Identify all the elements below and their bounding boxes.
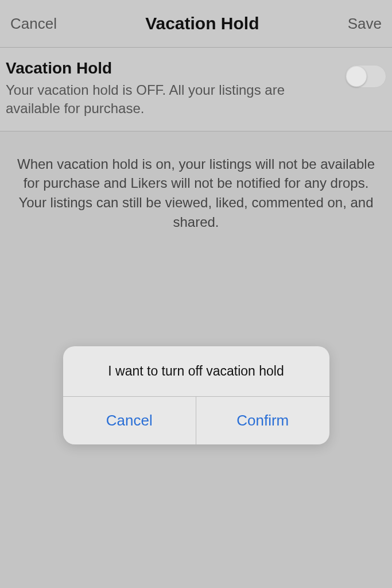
- cancel-button[interactable]: Cancel: [10, 15, 57, 33]
- dialog-cancel-button[interactable]: Cancel: [63, 397, 197, 444]
- section-description: Your vacation hold is OFF. All your list…: [6, 81, 333, 118]
- toggle-knob: [346, 66, 367, 87]
- save-button[interactable]: Save: [348, 15, 382, 33]
- confirmation-dialog: I want to turn off vacation hold Cancel …: [63, 346, 329, 444]
- dialog-confirm-button[interactable]: Confirm: [196, 397, 329, 444]
- info-text: When vacation hold is on, your listings …: [17, 154, 375, 231]
- header-bar: Cancel Vacation Hold Save: [0, 0, 392, 48]
- vacation-hold-section: Vacation Hold Your vacation hold is OFF.…: [0, 48, 392, 131]
- dialog-title: I want to turn off vacation hold: [63, 346, 329, 397]
- section-heading: Vacation Hold: [6, 59, 333, 78]
- dialog-button-row: Cancel Confirm: [63, 397, 329, 444]
- page-title: Vacation Hold: [145, 14, 259, 33]
- info-block: When vacation hold is on, your listings …: [0, 131, 392, 254]
- vacation-hold-toggle[interactable]: [345, 65, 386, 88]
